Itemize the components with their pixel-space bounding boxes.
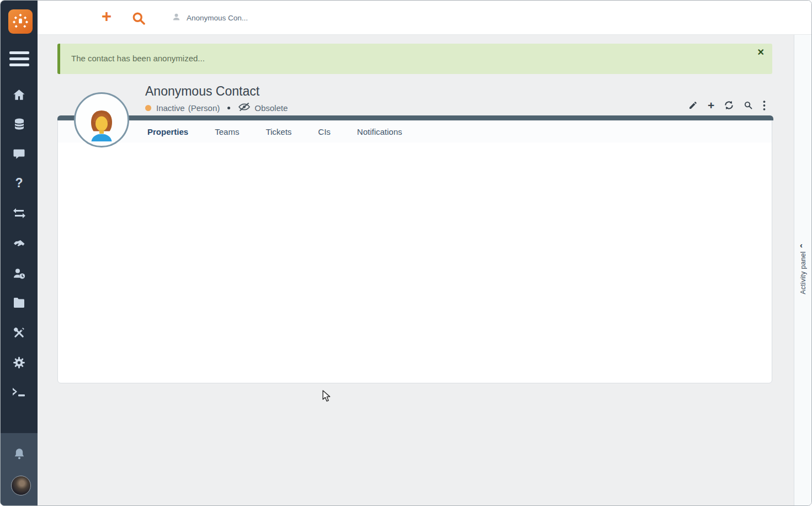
edit-pencil-icon[interactable] — [688, 101, 698, 110]
tab-tickets[interactable]: Tickets — [266, 127, 291, 136]
activity-panel-label[interactable]: Activity panel — [799, 251, 807, 294]
separator-dot — [227, 107, 230, 109]
top-bar: + Anonymous Con... — [38, 1, 812, 35]
more-kebab-icon[interactable] — [763, 101, 766, 110]
object-status-row: Inactive (Person) Obsolete — [145, 102, 288, 113]
refresh-icon[interactable] — [724, 101, 734, 110]
tools-icon[interactable] — [1, 326, 38, 340]
obsolete-text: Obsolete — [254, 103, 288, 113]
notifications-bell-icon[interactable] — [1, 447, 38, 462]
tab-properties[interactable]: Properties — [147, 127, 188, 136]
chat-bubble-icon[interactable] — [1, 147, 38, 161]
help-question-icon[interactable]: ? — [1, 177, 38, 189]
create-new-button[interactable]: + — [102, 8, 112, 25]
obsolete-eye-slash-icon — [238, 102, 251, 114]
settings-gear-icon[interactable] — [1, 356, 38, 370]
sidebar: ? — [1, 1, 38, 506]
user-avatar[interactable] — [11, 476, 31, 496]
home-icon[interactable] — [1, 88, 38, 102]
menu-icon[interactable] — [1, 51, 38, 66]
itop-logo[interactable] — [8, 9, 33, 34]
mouse-cursor — [322, 390, 332, 405]
persons-clock-icon[interactable] — [1, 267, 38, 280]
status-dot — [145, 105, 151, 111]
contact-icon — [172, 12, 181, 24]
activity-panel-expand-icon[interactable]: ‹ — [800, 240, 803, 250]
tab-bar: Properties Teams Tickets CIs Notificatio… — [58, 120, 772, 143]
class-text: (Person) — [188, 103, 220, 113]
global-search-icon[interactable] — [131, 11, 146, 28]
add-plus-icon[interactable]: + — [708, 99, 714, 111]
woman-avatar-icon — [84, 109, 119, 143]
object-details-card: Properties Teams Tickets CIs Notificatio… — [57, 115, 772, 383]
object-search-icon[interactable] — [744, 101, 753, 110]
transfer-arrows-icon[interactable] — [1, 207, 38, 219]
breadcrumb[interactable]: Anonymous Con... — [172, 12, 248, 24]
card-top-strip — [57, 115, 773, 120]
success-banner: The contact has been anonymized... ✕ — [57, 44, 772, 74]
breadcrumb-label: Anonymous Con... — [187, 14, 248, 22]
banner-close-icon[interactable]: ✕ — [757, 47, 765, 57]
banner-message: The contact has been anonymized... — [71, 54, 205, 63]
data-database-icon[interactable] — [1, 117, 38, 131]
services-hand-icon[interactable] — [1, 237, 38, 250]
tab-teams[interactable]: Teams — [215, 127, 239, 136]
header-actions: + — [688, 99, 766, 111]
contact-picture-medallion — [74, 92, 129, 147]
page-title: Anonymous Contact — [145, 84, 259, 99]
activity-panel-strip: ‹ Activity panel — [794, 35, 812, 506]
tab-notifications[interactable]: Notifications — [357, 127, 402, 136]
documents-folder-icon[interactable] — [1, 297, 38, 309]
console-terminal-icon[interactable] — [1, 386, 38, 398]
tab-cis[interactable]: CIs — [318, 127, 331, 136]
app-window: + Anonymous Con... — [0, 0, 812, 506]
status-text: Inactive — [156, 103, 185, 113]
